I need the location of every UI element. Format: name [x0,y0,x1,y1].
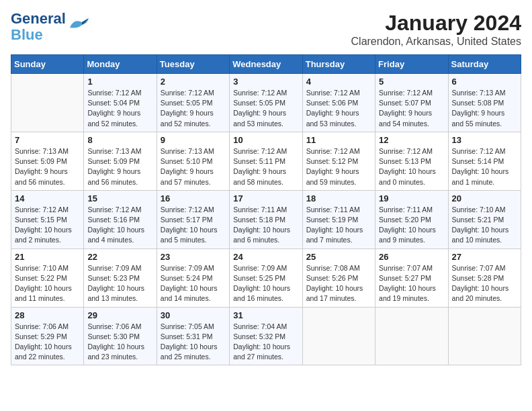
day-info: Sunrise: 7:12 AM Sunset: 5:16 PM Dayligh… [87,205,152,246]
calendar-week-1: 1Sunrise: 7:12 AM Sunset: 5:04 PM Daylig… [11,74,521,132]
day-info: Sunrise: 7:10 AM Sunset: 5:21 PM Dayligh… [452,205,517,246]
calendar-cell: 26Sunrise: 7:07 AM Sunset: 5:27 PM Dayli… [375,248,448,307]
logo: GeneralBlue [11,11,90,43]
day-info: Sunrise: 7:12 AM Sunset: 5:13 PM Dayligh… [379,146,444,187]
calendar-table: SundayMondayTuesdayWednesdayThursdayFrid… [11,54,521,365]
calendar-cell [448,307,521,365]
calendar-cell: 9Sunrise: 7:13 AM Sunset: 5:10 PM Daylig… [157,132,229,190]
calendar-cell: 2Sunrise: 7:12 AM Sunset: 5:05 PM Daylig… [157,74,229,132]
day-number: 11 [306,135,371,145]
day-number: 16 [161,193,226,203]
day-number: 13 [452,135,517,145]
weekday-header-wednesday: Wednesday [230,55,302,74]
calendar-cell: 1Sunrise: 7:12 AM Sunset: 5:04 PM Daylig… [84,74,157,132]
calendar-body: 1Sunrise: 7:12 AM Sunset: 5:04 PM Daylig… [11,74,521,365]
day-info: Sunrise: 7:10 AM Sunset: 5:22 PM Dayligh… [15,263,80,304]
calendar-cell: 18Sunrise: 7:11 AM Sunset: 5:19 PM Dayli… [302,190,375,248]
day-number: 5 [379,77,444,87]
day-number: 28 [15,310,80,320]
calendar-cell [302,307,375,365]
day-info: Sunrise: 7:11 AM Sunset: 5:18 PM Dayligh… [233,205,298,246]
weekday-header-tuesday: Tuesday [157,55,229,74]
calendar-week-3: 14Sunrise: 7:12 AM Sunset: 5:15 PM Dayli… [11,190,521,248]
day-info: Sunrise: 7:09 AM Sunset: 5:23 PM Dayligh… [87,263,152,304]
page-header: GeneralBlue January 2024 Clarendon, Arka… [11,11,521,48]
calendar-cell: 23Sunrise: 7:09 AM Sunset: 5:24 PM Dayli… [157,248,229,307]
day-number: 30 [161,310,226,320]
day-info: Sunrise: 7:13 AM Sunset: 5:09 PM Dayligh… [15,146,80,187]
day-number: 6 [452,77,517,87]
logo-bird-icon [69,17,90,32]
day-info: Sunrise: 7:12 AM Sunset: 5:15 PM Dayligh… [15,205,80,246]
day-info: Sunrise: 7:06 AM Sunset: 5:30 PM Dayligh… [87,322,152,363]
calendar-cell: 17Sunrise: 7:11 AM Sunset: 5:18 PM Dayli… [230,190,302,248]
day-info: Sunrise: 7:08 AM Sunset: 5:26 PM Dayligh… [306,263,371,304]
day-number: 18 [306,193,371,203]
calendar-cell: 14Sunrise: 7:12 AM Sunset: 5:15 PM Dayli… [11,190,84,248]
day-info: Sunrise: 7:12 AM Sunset: 5:12 PM Dayligh… [306,146,371,187]
day-info: Sunrise: 7:09 AM Sunset: 5:24 PM Dayligh… [161,263,226,304]
weekday-header-row: SundayMondayTuesdayWednesdayThursdayFrid… [11,55,521,74]
day-number: 9 [161,135,226,145]
day-number: 15 [87,193,152,203]
weekday-header-monday: Monday [84,55,157,74]
day-number: 2 [161,77,226,87]
day-number: 19 [379,193,444,203]
day-number: 4 [306,77,371,87]
month-title: January 2024 [351,11,521,36]
calendar-cell [11,74,84,132]
day-number: 25 [306,252,371,262]
weekday-header-friday: Friday [375,55,448,74]
calendar-cell: 19Sunrise: 7:11 AM Sunset: 5:20 PM Dayli… [375,190,448,248]
day-number: 14 [15,193,80,203]
day-number: 17 [233,193,298,203]
day-info: Sunrise: 7:07 AM Sunset: 5:27 PM Dayligh… [379,263,444,304]
day-info: Sunrise: 7:13 AM Sunset: 5:09 PM Dayligh… [87,146,152,187]
day-info: Sunrise: 7:12 AM Sunset: 5:04 PM Dayligh… [87,88,152,129]
day-number: 31 [233,310,298,320]
day-info: Sunrise: 7:12 AM Sunset: 5:11 PM Dayligh… [233,146,298,187]
calendar-cell: 3Sunrise: 7:12 AM Sunset: 5:05 PM Daylig… [230,74,302,132]
day-number: 26 [379,252,444,262]
day-info: Sunrise: 7:06 AM Sunset: 5:29 PM Dayligh… [15,322,80,363]
calendar-cell: 31Sunrise: 7:04 AM Sunset: 5:32 PM Dayli… [230,307,302,365]
day-number: 21 [15,252,80,262]
day-info: Sunrise: 7:07 AM Sunset: 5:28 PM Dayligh… [452,263,517,304]
day-info: Sunrise: 7:12 AM Sunset: 5:14 PM Dayligh… [452,146,517,187]
calendar-cell: 15Sunrise: 7:12 AM Sunset: 5:16 PM Dayli… [84,190,157,248]
day-info: Sunrise: 7:12 AM Sunset: 5:05 PM Dayligh… [233,88,298,129]
calendar-cell: 20Sunrise: 7:10 AM Sunset: 5:21 PM Dayli… [448,190,521,248]
calendar-header: SundayMondayTuesdayWednesdayThursdayFrid… [11,55,521,74]
day-info: Sunrise: 7:04 AM Sunset: 5:32 PM Dayligh… [233,322,298,363]
calendar-cell: 28Sunrise: 7:06 AM Sunset: 5:29 PM Dayli… [11,307,84,365]
calendar-cell: 21Sunrise: 7:10 AM Sunset: 5:22 PM Dayli… [11,248,84,307]
calendar-cell: 4Sunrise: 7:12 AM Sunset: 5:06 PM Daylig… [302,74,375,132]
calendar-cell: 29Sunrise: 7:06 AM Sunset: 5:30 PM Dayli… [84,307,157,365]
day-number: 3 [233,77,298,87]
calendar-cell: 30Sunrise: 7:05 AM Sunset: 5:31 PM Dayli… [157,307,229,365]
day-info: Sunrise: 7:12 AM Sunset: 5:06 PM Dayligh… [306,88,371,129]
weekday-header-saturday: Saturday [448,55,521,74]
calendar-cell: 25Sunrise: 7:08 AM Sunset: 5:26 PM Dayli… [302,248,375,307]
day-number: 8 [87,135,152,145]
day-info: Sunrise: 7:12 AM Sunset: 5:05 PM Dayligh… [161,88,226,129]
calendar-cell [375,307,448,365]
weekday-header-sunday: Sunday [11,55,84,74]
calendar-week-2: 7Sunrise: 7:13 AM Sunset: 5:09 PM Daylig… [11,132,521,190]
day-number: 20 [452,193,517,203]
title-area: January 2024 Clarendon, Arkansas, United… [351,11,521,48]
calendar-cell: 8Sunrise: 7:13 AM Sunset: 5:09 PM Daylig… [84,132,157,190]
calendar-cell: 10Sunrise: 7:12 AM Sunset: 5:11 PM Dayli… [230,132,302,190]
calendar-cell: 16Sunrise: 7:12 AM Sunset: 5:17 PM Dayli… [157,190,229,248]
calendar-cell: 24Sunrise: 7:09 AM Sunset: 5:25 PM Dayli… [230,248,302,307]
day-info: Sunrise: 7:05 AM Sunset: 5:31 PM Dayligh… [161,322,226,363]
calendar-cell: 27Sunrise: 7:07 AM Sunset: 5:28 PM Dayli… [448,248,521,307]
calendar-cell: 11Sunrise: 7:12 AM Sunset: 5:12 PM Dayli… [302,132,375,190]
calendar-week-5: 28Sunrise: 7:06 AM Sunset: 5:29 PM Dayli… [11,307,521,365]
day-number: 23 [161,252,226,262]
day-number: 27 [452,252,517,262]
day-info: Sunrise: 7:13 AM Sunset: 5:08 PM Dayligh… [452,88,517,129]
calendar-cell: 12Sunrise: 7:12 AM Sunset: 5:13 PM Dayli… [375,132,448,190]
day-number: 12 [379,135,444,145]
day-number: 10 [233,135,298,145]
